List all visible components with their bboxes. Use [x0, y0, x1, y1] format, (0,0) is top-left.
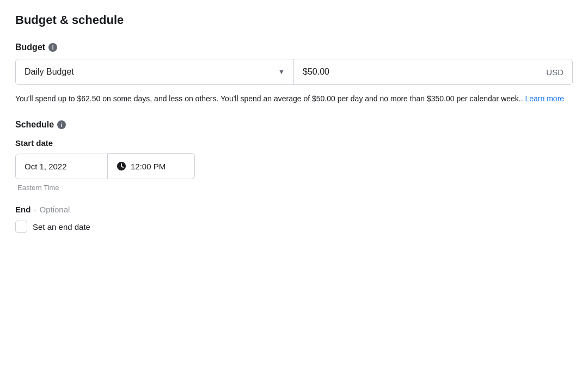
date-time-row: Oct 1, 2022 12:00 PM: [15, 153, 573, 179]
schedule-section-label: Schedule: [15, 120, 54, 130]
start-date-label: Start date: [15, 138, 573, 148]
end-section: End · Optional Set an end date: [15, 205, 573, 233]
budget-info-icon[interactable]: i: [48, 43, 57, 52]
end-date-checkbox-label[interactable]: Set an end date: [33, 222, 90, 231]
budget-amount-value: $50.00: [303, 67, 329, 77]
schedule-info-icon[interactable]: i: [57, 120, 66, 129]
learn-more-link[interactable]: Learn more: [525, 94, 565, 103]
end-label-bold: End: [15, 205, 30, 214]
budget-input-row: Daily Budget ▼ $50.00 USD: [15, 59, 573, 85]
budget-type-arrow-icon: ▼: [278, 68, 285, 76]
start-date-value: Oct 1, 2022: [24, 162, 67, 171]
budget-amount-field[interactable]: $50.00 USD: [294, 59, 572, 84]
start-time-value: 12:00 PM: [131, 162, 166, 171]
clock-icon: [117, 161, 126, 171]
end-label-row: End · Optional: [15, 205, 573, 214]
timezone-label: Eastern Time: [17, 184, 573, 192]
end-label-separator: ·: [34, 205, 36, 214]
budget-section: Budget i Daily Budget ▼ $50.00 USD You'l…: [15, 42, 573, 105]
start-time-input[interactable]: 12:00 PM: [108, 153, 195, 179]
end-checkbox-row: Set an end date: [15, 221, 573, 233]
budget-description: You'll spend up to $62.50 on some days, …: [15, 93, 573, 105]
schedule-section: Schedule i Start date Oct 1, 2022 12:00 …: [15, 120, 573, 192]
budget-currency-label: USD: [546, 68, 564, 77]
end-date-checkbox[interactable]: [15, 221, 27, 233]
budget-type-dropdown[interactable]: Daily Budget ▼: [16, 59, 294, 84]
budget-section-label: Budget: [15, 42, 45, 52]
end-label-optional: Optional: [40, 205, 70, 214]
start-date-input[interactable]: Oct 1, 2022: [15, 154, 108, 179]
page-title: Budget & schedule: [15, 13, 573, 27]
budget-type-value: Daily Budget: [24, 67, 74, 77]
